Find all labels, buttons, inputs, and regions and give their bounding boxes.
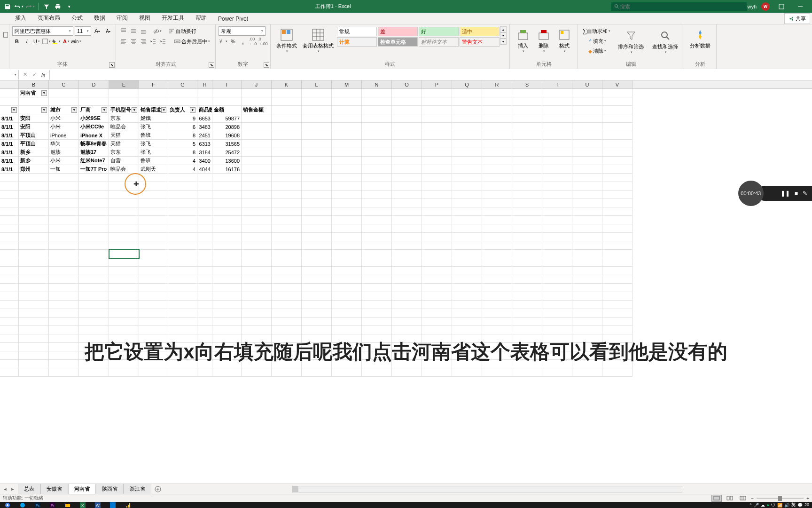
cell[interactable]: [49, 351, 79, 360]
style-calc[interactable]: 计算: [337, 37, 377, 47]
cell[interactable]: [572, 182, 602, 190]
cell[interactable]: [572, 157, 602, 165]
cell[interactable]: [49, 250, 79, 258]
cell[interactable]: [602, 258, 632, 267]
cell[interactable]: [109, 250, 139, 258]
cell[interactable]: [19, 224, 49, 233]
cell[interactable]: [212, 89, 242, 97]
cell[interactable]: [542, 123, 572, 131]
cell[interactable]: [332, 343, 362, 351]
cell[interactable]: [602, 301, 632, 309]
cell[interactable]: [392, 106, 422, 114]
cell[interactable]: 2451: [197, 131, 212, 140]
cell[interactable]: [362, 182, 392, 190]
cell[interactable]: [212, 360, 242, 368]
cell[interactable]: [49, 182, 79, 190]
cell[interactable]: [302, 309, 332, 318]
cell[interactable]: [19, 368, 49, 377]
cell[interactable]: [512, 131, 542, 140]
cell[interactable]: [302, 89, 332, 97]
cell[interactable]: [362, 258, 392, 267]
cell[interactable]: [482, 334, 512, 343]
align-top-icon[interactable]: [119, 26, 128, 36]
cell[interactable]: [242, 174, 272, 182]
font-name-combo[interactable]: 阿里巴巴普惠体▾: [12, 26, 73, 36]
cell[interactable]: [0, 292, 19, 301]
tab-formulas[interactable]: 公式: [66, 12, 88, 24]
tray-security-icon[interactable]: 🛡: [771, 503, 775, 508]
ribbon-display-icon[interactable]: [774, 0, 789, 13]
cell[interactable]: [452, 123, 482, 131]
cell[interactable]: [242, 233, 272, 241]
cell[interactable]: [542, 326, 572, 334]
cell[interactable]: [212, 284, 242, 292]
cell[interactable]: [572, 140, 602, 148]
cell[interactable]: [452, 140, 482, 148]
cell[interactable]: [302, 114, 332, 123]
cell[interactable]: [422, 199, 452, 207]
cell[interactable]: [79, 351, 109, 360]
cell[interactable]: [452, 216, 482, 224]
cell[interactable]: [197, 326, 212, 334]
cell[interactable]: [602, 207, 632, 216]
cell[interactable]: [452, 368, 482, 377]
cell[interactable]: [512, 199, 542, 207]
cell[interactable]: [482, 106, 512, 114]
tab-insert[interactable]: 插入: [9, 12, 32, 24]
cell[interactable]: [197, 216, 212, 224]
column-header-O[interactable]: O: [392, 80, 422, 88]
cell[interactable]: [139, 284, 168, 292]
decrease-indent-icon[interactable]: [148, 37, 158, 46]
cell[interactable]: [392, 241, 422, 250]
cell[interactable]: [392, 360, 422, 368]
cell[interactable]: [482, 216, 512, 224]
cell[interactable]: [362, 157, 392, 165]
cell[interactable]: [302, 284, 332, 292]
cell[interactable]: [272, 182, 302, 190]
cell[interactable]: [212, 301, 242, 309]
cell[interactable]: [139, 275, 168, 284]
tray-mic-icon[interactable]: 🎤: [754, 503, 759, 508]
view-page-layout-icon[interactable]: [725, 495, 735, 502]
cell[interactable]: [362, 301, 392, 309]
cell[interactable]: [242, 216, 272, 224]
cell[interactable]: [272, 106, 302, 114]
cell[interactable]: [452, 241, 482, 250]
cell[interactable]: [212, 207, 242, 216]
filter-dropdown-icon[interactable]: ▾: [190, 107, 195, 113]
cell[interactable]: 6653: [197, 114, 212, 123]
cell[interactable]: [272, 250, 302, 258]
find-select-button[interactable]: 查找和选择▾: [649, 26, 681, 56]
cell[interactable]: [272, 318, 302, 326]
cell[interactable]: [49, 97, 79, 106]
cell[interactable]: [602, 334, 632, 343]
cell[interactable]: [19, 97, 49, 106]
cell[interactable]: [302, 301, 332, 309]
cell[interactable]: [452, 190, 482, 199]
cell[interactable]: [332, 216, 362, 224]
cell[interactable]: [572, 233, 602, 241]
format-cells-button[interactable]: 格式▾: [554, 26, 575, 54]
cell[interactable]: [242, 360, 272, 368]
cell[interactable]: [302, 275, 332, 284]
cell[interactable]: [109, 190, 139, 199]
cell[interactable]: 6: [168, 123, 197, 131]
cell[interactable]: [0, 275, 19, 284]
cell[interactable]: [168, 326, 197, 334]
cell[interactable]: [572, 174, 602, 182]
cell[interactable]: [109, 207, 139, 216]
cell[interactable]: [109, 318, 139, 326]
cell[interactable]: [212, 233, 242, 241]
cell[interactable]: [452, 165, 482, 174]
cell[interactable]: 张飞: [139, 148, 168, 157]
cell[interactable]: [602, 224, 632, 233]
formula-cancel-icon[interactable]: ✕: [21, 71, 29, 79]
cell[interactable]: [362, 207, 392, 216]
cell[interactable]: [19, 258, 49, 267]
cell[interactable]: [572, 241, 602, 250]
cell[interactable]: [572, 318, 602, 326]
column-header-H[interactable]: H: [197, 80, 212, 88]
cell[interactable]: [109, 224, 139, 233]
minimize-icon[interactable]: [793, 0, 807, 13]
style-neutral[interactable]: 适中: [460, 27, 500, 36]
